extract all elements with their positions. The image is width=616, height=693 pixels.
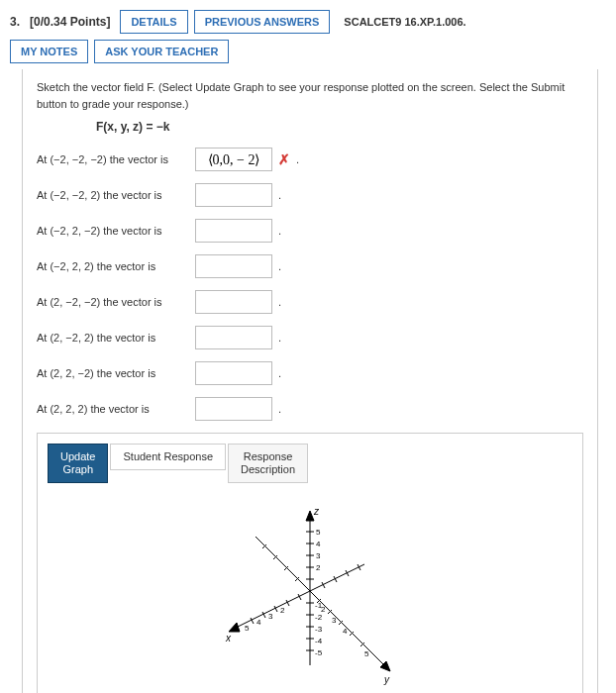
formula-text: F(x, y, z) = −k	[96, 120, 583, 134]
vector-input-6[interactable]	[195, 361, 272, 385]
question-number: 3.	[10, 15, 20, 29]
svg-text:4: 4	[316, 540, 321, 548]
svg-text:5: 5	[364, 649, 369, 658]
vector-row: At (−2, 2, −2) the vector is.	[37, 219, 583, 243]
axes-3d-plot: z y x 543 2 -1-2-3 -4-5 543 2 23 45	[196, 497, 424, 693]
vector-input-3[interactable]	[195, 254, 272, 278]
period: .	[278, 260, 281, 272]
svg-marker-6	[229, 623, 240, 632]
period: .	[278, 225, 281, 237]
vector-prompt: At (2, −2, 2) the vector is	[37, 332, 195, 344]
vector-prompt: At (−2, −2, 2) the vector is	[37, 189, 195, 201]
vector-input-1[interactable]	[195, 183, 272, 207]
previous-answers-button[interactable]: PREVIOUS ANSWERS	[194, 10, 331, 34]
tab-response-description[interactable]: Response Description	[228, 444, 308, 483]
svg-text:-2: -2	[315, 613, 323, 622]
svg-line-4	[256, 537, 310, 591]
tab-student-response[interactable]: Student Response	[110, 444, 226, 470]
vector-row: At (2, −2, 2) the vector is.	[37, 326, 583, 349]
graph-box: Update Graph Student Response Response D…	[37, 433, 583, 693]
period: .	[278, 367, 281, 379]
my-notes-button[interactable]: MY NOTES	[10, 40, 88, 63]
vector-input-5[interactable]	[195, 326, 272, 349]
points-label: [0/0.34 Points]	[30, 15, 110, 29]
svg-text:3: 3	[268, 612, 273, 621]
details-button[interactable]: DETAILS	[120, 10, 187, 34]
vector-row: At (−2, −2, −2) the vector is✗.	[37, 148, 583, 171]
vector-row: At (2, −2, −2) the vector is.	[37, 290, 583, 314]
period: .	[278, 332, 281, 344]
period: .	[278, 403, 281, 415]
wrong-icon: ✗	[278, 151, 290, 167]
vector-row: At (2, 2, 2) the vector is.	[37, 397, 583, 421]
vector-prompt: At (2, 2, 2) the vector is	[37, 403, 195, 415]
z-axis-label: z	[313, 506, 320, 517]
vector-row: At (2, 2, −2) the vector is.	[37, 361, 583, 385]
update-graph-button[interactable]: Update Graph	[48, 444, 108, 483]
svg-text:4: 4	[257, 618, 261, 627]
svg-marker-1	[306, 511, 314, 521]
svg-text:2: 2	[321, 605, 326, 614]
x-axis-label: x	[225, 633, 232, 644]
svg-text:3: 3	[316, 551, 321, 560]
svg-text:-4: -4	[315, 637, 323, 645]
vector-row: At (−2, −2, 2) the vector is.	[37, 183, 583, 207]
vector-prompt: At (2, 2, −2) the vector is	[37, 367, 195, 379]
svg-text:-5: -5	[315, 648, 323, 657]
instructions-text: Sketch the vector field F. (Select Updat…	[37, 79, 583, 112]
vector-input-7[interactable]	[195, 397, 272, 421]
svg-text:2: 2	[280, 606, 285, 615]
period: .	[278, 189, 281, 201]
vector-prompt: At (−2, −2, −2) the vector is	[37, 153, 195, 165]
svg-text:5: 5	[316, 528, 321, 537]
vector-row: At (−2, 2, 2) the vector is.	[37, 254, 583, 278]
svg-text:5: 5	[245, 624, 250, 633]
svg-text:-3: -3	[315, 625, 323, 634]
question-reference: SCALCET9 16.XP.1.006.	[344, 16, 465, 28]
period: .	[296, 153, 299, 165]
svg-text:4: 4	[343, 627, 348, 636]
svg-text:2: 2	[316, 563, 321, 572]
period: .	[278, 296, 281, 308]
vector-input-2[interactable]	[195, 219, 272, 243]
vector-prompt: At (−2, 2, 2) the vector is	[37, 260, 195, 272]
y-axis-label: y	[383, 674, 390, 685]
question-content: Sketch the vector field F. (Select Updat…	[22, 69, 598, 693]
vector-input-4[interactable]	[195, 290, 272, 314]
ask-teacher-button[interactable]: ASK YOUR TEACHER	[94, 40, 229, 63]
svg-text:3: 3	[332, 616, 337, 625]
vector-input-0[interactable]	[195, 148, 272, 171]
vector-prompt: At (2, −2, −2) the vector is	[37, 296, 195, 308]
vector-prompt: At (−2, 2, −2) the vector is	[37, 225, 195, 237]
graph-area: z y x 543 2 -1-2-3 -4-5 543 2 23 45	[48, 489, 572, 693]
